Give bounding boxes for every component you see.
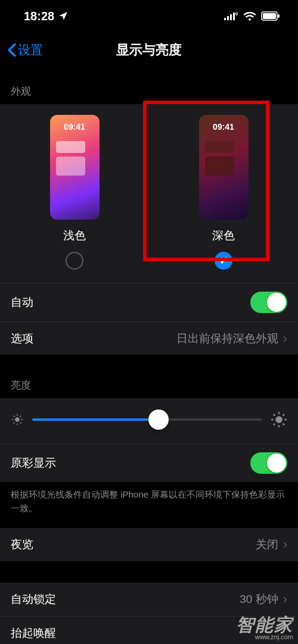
raise-label: 抬起唤醒 (11, 626, 56, 641)
preview-widget (205, 157, 234, 176)
brightness-slider-row (0, 398, 298, 443)
preview-time: 09:41 (50, 122, 100, 132)
preview-widget (205, 141, 234, 153)
svg-line-15 (20, 423, 21, 424)
slider-fill (32, 418, 159, 421)
sun-high-icon (271, 411, 287, 428)
brightness-header: 亮度 (0, 355, 298, 398)
truetone-footer: 根据环境光线条件自动调整 iPhone 屏幕以在不同环境下保持色彩显示一致。 (0, 482, 298, 528)
light-preview: 09:41 (50, 115, 100, 220)
chevron-right-icon: › (283, 331, 287, 346)
svg-rect-0 (224, 18, 226, 20)
dark-preview: 09:41 (199, 115, 249, 220)
svg-rect-5 (237, 14, 237, 15)
appearance-row: 09:41 浅色 09:41 深色 (0, 104, 298, 283)
svg-line-16 (13, 423, 14, 424)
dark-radio[interactable] (215, 252, 232, 270)
back-label: 设置 (18, 42, 43, 58)
nightshift-group: 夜览 关闭 › (0, 528, 298, 561)
light-label: 浅色 (63, 228, 86, 243)
location-arrow-icon (58, 11, 69, 21)
battery-icon (261, 11, 280, 21)
svg-line-26 (283, 414, 284, 415)
options-value: 日出前保持深色外观 (176, 331, 278, 346)
svg-line-25 (274, 424, 275, 425)
svg-line-24 (283, 424, 284, 425)
back-button[interactable]: 设置 (7, 42, 43, 58)
truetone-row: 原彩显示 (0, 443, 298, 482)
nightshift-row[interactable]: 夜览 关闭 › (0, 528, 298, 561)
svg-rect-3 (233, 12, 235, 20)
status-bar: 18:28 (0, 0, 298, 32)
watermark-url: www.znj.com (236, 634, 293, 640)
watermark: 智能家 www.znj.com (236, 616, 293, 640)
autolock-value: 30 秒钟 (240, 592, 278, 607)
svg-rect-2 (230, 14, 232, 20)
dark-label: 深色 (212, 228, 235, 243)
wifi-icon (243, 11, 256, 21)
appearance-header: 外观 (0, 68, 298, 104)
status-right (224, 11, 280, 21)
svg-line-23 (274, 414, 275, 415)
svg-point-9 (15, 417, 19, 421)
appearance-option-light[interactable]: 09:41 浅色 (0, 115, 149, 270)
preview-time: 09:41 (199, 122, 249, 132)
auto-label: 自动 (11, 295, 33, 310)
autolock-row[interactable]: 自动锁定 30 秒钟 › (0, 583, 298, 616)
slider-thumb[interactable] (148, 409, 169, 430)
svg-rect-8 (278, 14, 280, 18)
auto-row: 自动 (0, 283, 298, 321)
truetone-label: 原彩显示 (11, 455, 56, 471)
options-row[interactable]: 选项 日出前保持深色外观 › (0, 321, 298, 355)
status-time: 18:28 (24, 10, 54, 23)
svg-point-18 (275, 416, 283, 423)
svg-rect-1 (227, 16, 229, 20)
chevron-right-icon: › (283, 537, 287, 552)
chevron-left-icon (7, 43, 17, 57)
autolock-label: 自动锁定 (11, 592, 56, 607)
brightness-slider[interactable] (32, 418, 262, 421)
nightshift-label: 夜览 (11, 537, 33, 552)
page-title: 显示与亮度 (0, 41, 298, 59)
truetone-toggle[interactable] (250, 452, 287, 474)
preview-widget (56, 141, 85, 153)
nav-bar: 设置 显示与亮度 (0, 32, 298, 68)
svg-line-17 (20, 415, 21, 417)
appearance-option-dark[interactable]: 09:41 深色 (149, 115, 298, 270)
chevron-right-icon: › (283, 592, 287, 607)
svg-rect-7 (263, 13, 276, 19)
light-radio[interactable] (66, 252, 83, 270)
status-left: 18:28 (24, 10, 69, 23)
brightness-group: 原彩显示 (0, 398, 298, 482)
options-label: 选项 (11, 331, 33, 346)
svg-line-14 (13, 415, 14, 417)
cellular-icon (224, 12, 238, 20)
appearance-group: 09:41 浅色 09:41 深色 自动 选项 日出前保持深色外观 › (0, 104, 298, 355)
nightshift-value: 关闭 (256, 537, 278, 552)
watermark-brand: 智能家 (236, 616, 293, 634)
auto-toggle[interactable] (250, 292, 287, 313)
preview-widget (56, 157, 85, 176)
sun-low-icon (11, 413, 24, 426)
